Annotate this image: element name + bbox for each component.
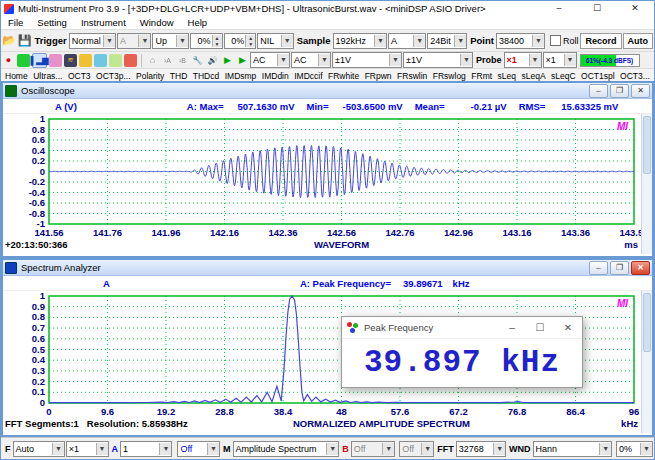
preset-item-1[interactable]: Ultras...	[33, 71, 62, 81]
coupling-a-select[interactable]: AC▼	[250, 52, 290, 68]
range-a-select[interactable]: ±1V▼	[332, 52, 402, 68]
sound-output-icon[interactable]: 🔊	[206, 54, 219, 67]
sample-rate-select[interactable]: 192kHz▼	[333, 33, 387, 49]
svg-text:0.3: 0.3	[32, 365, 45, 376]
oscilloscope-scrollbar[interactable]	[641, 114, 652, 254]
preset-item-9[interactable]: IMDccif	[294, 71, 322, 81]
preset-item-4[interactable]: Polarity	[136, 71, 164, 81]
preset-item-17[interactable]: sLeqC	[551, 71, 576, 81]
menu-item-3[interactable]: Window	[133, 17, 181, 28]
panel-restore-icon[interactable]: ❐	[610, 84, 629, 98]
panel-close-icon[interactable]: ✕	[631, 261, 650, 275]
preset-item-8[interactable]: IMDdin	[262, 71, 289, 81]
peak-frequency-value: 39.89671	[403, 278, 443, 289]
trace-a2-select[interactable]: Off▼	[177, 441, 220, 457]
trigger-delay-stepper[interactable]: 0%▲▼	[224, 33, 257, 49]
bit-depth-select[interactable]: 24Bit▼	[427, 33, 467, 49]
window-function-select[interactable]: Hann▼	[533, 441, 612, 457]
save-file-icon[interactable]: 💾	[18, 33, 32, 48]
preset-item-7[interactable]: IMDsmp	[225, 71, 257, 81]
menu-item-0[interactable]: File	[1, 17, 30, 28]
preset-item-12[interactable]: FRswlin	[397, 71, 427, 81]
oscilloscope-title-bar[interactable]: Oscilloscope – ❐ ✕	[3, 83, 652, 99]
mode-select[interactable]: Amplitude Spectrum▼	[233, 441, 340, 457]
preset-item-6[interactable]: THDcd	[193, 71, 219, 81]
preset-item-18[interactable]: OCT1spl	[581, 71, 615, 81]
oscilloscope-icon[interactable]	[17, 54, 30, 67]
maximize-icon[interactable]: ☐	[578, 1, 616, 16]
fft-size-select[interactable]: 32768▼	[456, 441, 506, 457]
run-loop-icon[interactable]: ▶	[236, 54, 249, 67]
data-logger-icon[interactable]	[79, 54, 92, 67]
panel-close-icon[interactable]: ✕	[631, 84, 650, 98]
preset-item-16[interactable]: sLeqA	[521, 71, 545, 81]
spin-down-icon[interactable]: ▼	[213, 41, 222, 47]
record-icon[interactable]: ●	[2, 54, 15, 67]
spectrum-scrollbar[interactable]	[641, 291, 652, 433]
point-count-select[interactable]: 38400▼	[496, 33, 545, 49]
preset-item-11[interactable]: FRpwn	[365, 71, 392, 81]
panel-minimize-icon[interactable]: –	[589, 261, 608, 275]
oscilloscope-chart[interactable]: 10.80.60.40.20-0.2-0.4-0.6-0.8-1MI141.56…	[3, 114, 642, 254]
minimize-icon[interactable]: –	[540, 1, 578, 16]
svg-text:0.7: 0.7	[32, 322, 45, 333]
menu-item-4[interactable]: Help	[181, 17, 215, 28]
preset-item-15[interactable]: sLeq	[498, 71, 516, 81]
sample-channel-select[interactable]: A▼	[388, 33, 426, 49]
record-button[interactable]: Record	[580, 33, 621, 49]
chevron-down-icon: ▼	[532, 35, 544, 47]
f-label: F	[5, 444, 11, 454]
menu-item-1[interactable]: Setting	[30, 17, 74, 28]
svg-text:19.2: 19.2	[157, 406, 176, 417]
calibration-icon[interactable]: 🔧	[191, 54, 204, 67]
popup-close-icon[interactable]: ✕	[554, 322, 582, 333]
home-icon: ⌂	[146, 54, 159, 67]
preset-item-3[interactable]: OCT3p...	[96, 71, 130, 81]
popup-minimize-icon[interactable]: –	[498, 322, 526, 333]
preset-item-14[interactable]: FRmt	[471, 71, 492, 81]
coupling-b-select[interactable]: AC▼	[291, 52, 331, 68]
app-window: Multi-Instrument Pro 3.9 - [+3DP+DLG+LCR…	[0, 0, 655, 460]
close-icon[interactable]: ✕	[616, 1, 654, 16]
trigger-hpf-select[interactable]: NIL▼	[257, 33, 293, 49]
peak-frequency-window[interactable]: Peak Frequency – ☐ ✕ 39.897 kHz	[341, 316, 583, 388]
trigger-mode-select[interactable]: Normal▼	[69, 33, 116, 49]
multimeter-icon[interactable]	[49, 54, 62, 67]
range-b-select[interactable]: ±1V▼	[403, 52, 473, 68]
popup-maximize-icon[interactable]: ☐	[526, 322, 554, 333]
preset-item-10[interactable]: FRwhite	[328, 71, 359, 81]
panel-restore-icon[interactable]: ❐	[610, 261, 629, 275]
overlap-select[interactable]: 0%▼	[616, 441, 653, 457]
derived-data-icon[interactable]	[124, 54, 137, 67]
chevron-down-icon: ▼	[96, 443, 108, 455]
frequency-axis-select[interactable]: Auto▼	[13, 441, 65, 457]
signal-generator-icon[interactable]	[94, 54, 107, 67]
spectrum-analyzer-icon[interactable]: ▌▂▆	[32, 53, 47, 68]
roll-checkbox[interactable]	[550, 35, 561, 46]
preset-item-13[interactable]: FRswlog	[433, 71, 466, 81]
svg-text:FFT Segments:1 Resolution: 5: FFT Segments:1 Resolution: 5.85938Hz	[5, 418, 188, 429]
spectrum-title-bar[interactable]: Spectrum Analyzer – ❐ ✕	[3, 260, 652, 276]
device-test-plan-icon[interactable]	[109, 54, 122, 67]
trigger-level-stepper[interactable]: 0%▲▼	[190, 33, 223, 49]
probe-a-select[interactable]: ×1▼	[504, 52, 542, 68]
svg-text:-0.2: -0.2	[29, 176, 45, 187]
preset-item-2[interactable]: OCT3	[68, 71, 91, 81]
trace-a1-select[interactable]: 1▼	[120, 441, 172, 457]
svg-text:-0.6: -0.6	[29, 197, 45, 208]
spin-down-icon[interactable]: ▼	[246, 41, 255, 47]
zoom-select[interactable]: ×1▼	[66, 441, 109, 457]
window-title: Multi-Instrument Pro 3.9 - [+3DP+DLG+LCR…	[18, 3, 540, 14]
run-icon[interactable]: ▶	[221, 54, 234, 67]
probe-b-select[interactable]: ×1▼	[543, 52, 577, 68]
panel-minimize-icon[interactable]: –	[589, 84, 608, 98]
menu-item-2[interactable]: Instrument	[74, 17, 133, 28]
auto-button[interactable]: Auto	[623, 33, 654, 49]
popup-title-bar[interactable]: Peak Frequency – ☐ ✕	[342, 317, 582, 339]
spectrum-3d-plot-icon[interactable]: ≋	[64, 54, 77, 67]
preset-item-19[interactable]: OCT3...	[620, 71, 650, 81]
preset-item-0[interactable]: Home	[5, 71, 28, 81]
trigger-edge-select[interactable]: Up▼	[152, 33, 188, 49]
open-file-icon[interactable]: 📂	[2, 33, 16, 48]
preset-item-5[interactable]: THD	[170, 71, 187, 81]
